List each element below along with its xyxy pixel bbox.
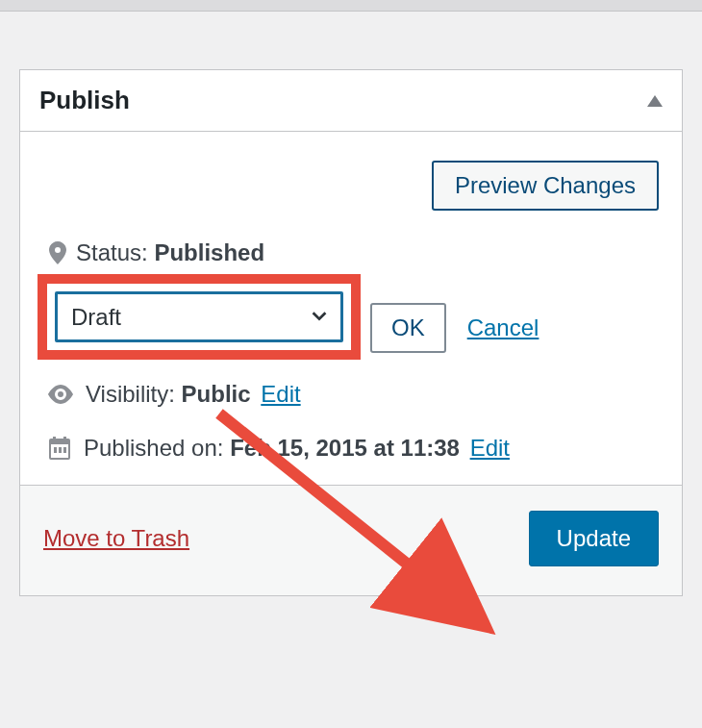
status-select-wrap: Draft xyxy=(55,291,343,342)
status-label: Status: Published xyxy=(76,239,264,266)
status-highlight-box: Draft xyxy=(38,274,361,360)
publish-panel-header[interactable]: Publish xyxy=(20,70,682,132)
update-button[interactable]: Update xyxy=(529,511,659,566)
publish-title: Publish xyxy=(39,86,130,115)
publish-panel-wrapper: Publish Preview Changes Status: Publishe… xyxy=(0,12,702,596)
visibility-row: Visibility: Public Edit xyxy=(43,381,659,408)
eye-icon xyxy=(47,385,74,404)
preview-row: Preview Changes xyxy=(43,161,659,211)
calendar-icon xyxy=(47,436,72,461)
preview-changes-button[interactable]: Preview Changes xyxy=(432,161,659,211)
published-row: Published on: Feb 15, 2015 at 11:38 Edit xyxy=(43,435,659,462)
visibility-edit-link[interactable]: Edit xyxy=(261,381,300,407)
status-line: Status: Published xyxy=(43,239,659,266)
published-edit-link[interactable]: Edit xyxy=(470,435,510,461)
collapse-triangle-icon xyxy=(647,95,663,107)
status-select[interactable]: Draft xyxy=(55,291,343,342)
move-to-trash-link[interactable]: Move to Trash xyxy=(43,525,189,552)
cancel-link[interactable]: Cancel xyxy=(467,314,539,341)
publish-panel-footer: Move to Trash Update xyxy=(20,485,682,595)
publish-panel: Publish Preview Changes Status: Publishe… xyxy=(19,69,683,596)
publish-panel-body: Preview Changes Status: Published Draft xyxy=(20,132,682,485)
top-bar xyxy=(0,0,702,12)
pin-icon xyxy=(49,241,66,264)
published-text: Published on: Feb 15, 2015 at 11:38 Edit xyxy=(84,435,510,462)
visibility-text: Visibility: Public Edit xyxy=(86,381,301,408)
status-edit-row: Draft OK Cancel xyxy=(43,274,659,381)
ok-button[interactable]: OK xyxy=(370,303,446,353)
